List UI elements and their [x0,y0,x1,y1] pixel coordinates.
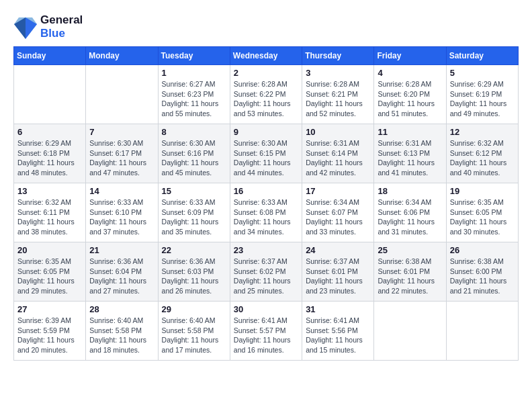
calendar-header-row: SundayMondayTuesdayWednesdayThursdayFrid… [14,47,519,65]
weekday-header: Tuesday [158,47,230,65]
calendar-cell: 19Sunrise: 6:35 AM Sunset: 6:05 PM Dayli… [446,183,518,242]
calendar-week-row: 20Sunrise: 6:35 AM Sunset: 6:05 PM Dayli… [14,242,519,302]
day-info: Sunrise: 6:28 AM Sunset: 6:21 PM Dayligh… [306,79,370,119]
day-info: Sunrise: 6:34 AM Sunset: 6:07 PM Dayligh… [306,197,370,237]
calendar-week-row: 1Sunrise: 6:27 AM Sunset: 6:23 PM Daylig… [14,65,519,124]
day-number: 25 [378,245,442,255]
day-number: 21 [89,245,154,255]
day-info: Sunrise: 6:37 AM Sunset: 6:02 PM Dayligh… [234,257,298,296]
day-number: 20 [17,245,82,255]
day-number: 6 [17,127,82,137]
calendar-cell: 13Sunrise: 6:32 AM Sunset: 6:11 PM Dayli… [14,183,86,242]
day-info: Sunrise: 6:31 AM Sunset: 6:14 PM Dayligh… [306,138,370,178]
calendar-cell [446,302,518,361]
day-info: Sunrise: 6:30 AM Sunset: 6:17 PM Dayligh… [89,138,154,178]
day-info: Sunrise: 6:34 AM Sunset: 6:06 PM Dayligh… [378,197,442,237]
day-info: Sunrise: 6:32 AM Sunset: 6:12 PM Dayligh… [450,138,515,178]
day-number: 8 [162,127,226,137]
day-number: 10 [306,127,370,137]
calendar-cell: 25Sunrise: 6:38 AM Sunset: 6:01 PM Dayli… [374,242,446,302]
day-number: 1 [162,68,226,78]
calendar-cell: 16Sunrise: 6:33 AM Sunset: 6:08 PM Dayli… [230,183,302,242]
day-info: Sunrise: 6:36 AM Sunset: 6:03 PM Dayligh… [162,257,226,296]
calendar-cell: 12Sunrise: 6:32 AM Sunset: 6:12 PM Dayli… [446,124,518,183]
calendar-cell: 24Sunrise: 6:37 AM Sunset: 6:01 PM Dayli… [302,242,374,302]
day-info: Sunrise: 6:37 AM Sunset: 6:01 PM Dayligh… [306,257,370,296]
weekday-header: Thursday [302,47,374,65]
day-number: 13 [17,186,82,196]
day-number: 17 [306,186,370,196]
calendar-table: SundayMondayTuesdayWednesdayThursdayFrid… [13,46,519,361]
day-info: Sunrise: 6:30 AM Sunset: 6:15 PM Dayligh… [234,138,298,178]
day-info: Sunrise: 6:35 AM Sunset: 6:05 PM Dayligh… [450,197,515,237]
day-number: 19 [450,186,515,196]
day-info: Sunrise: 6:40 AM Sunset: 5:58 PM Dayligh… [162,316,226,355]
day-number: 29 [162,304,226,314]
day-number: 23 [234,245,298,255]
day-info: Sunrise: 6:41 AM Sunset: 5:57 PM Dayligh… [234,316,298,355]
weekday-header: Wednesday [230,47,302,65]
day-number: 30 [234,304,298,314]
calendar-week-row: 6Sunrise: 6:29 AM Sunset: 6:18 PM Daylig… [14,124,519,183]
calendar-cell: 1Sunrise: 6:27 AM Sunset: 6:23 PM Daylig… [158,65,230,124]
day-info: Sunrise: 6:28 AM Sunset: 6:20 PM Dayligh… [378,79,442,119]
day-info: Sunrise: 6:38 AM Sunset: 6:01 PM Dayligh… [378,257,442,296]
calendar-cell: 30Sunrise: 6:41 AM Sunset: 5:57 PM Dayli… [230,302,302,361]
day-info: Sunrise: 6:39 AM Sunset: 5:59 PM Dayligh… [17,316,82,355]
calendar-cell [86,65,158,124]
calendar-cell: 18Sunrise: 6:34 AM Sunset: 6:06 PM Dayli… [374,183,446,242]
calendar-cell [374,302,446,361]
day-number: 7 [89,127,154,137]
day-number: 2 [234,68,298,78]
day-info: Sunrise: 6:35 AM Sunset: 6:05 PM Dayligh… [17,257,82,296]
day-number: 9 [234,127,298,137]
calendar-cell: 28Sunrise: 6:40 AM Sunset: 5:58 PM Dayli… [86,302,158,361]
calendar-cell: 8Sunrise: 6:30 AM Sunset: 6:16 PM Daylig… [158,124,230,183]
calendar-cell: 3Sunrise: 6:28 AM Sunset: 6:21 PM Daylig… [302,65,374,124]
day-number: 14 [89,186,154,196]
calendar-cell: 23Sunrise: 6:37 AM Sunset: 6:02 PM Dayli… [230,242,302,302]
weekday-header: Sunday [14,47,86,65]
calendar-cell: 21Sunrise: 6:36 AM Sunset: 6:04 PM Dayli… [86,242,158,302]
day-number: 4 [378,68,442,78]
calendar-week-row: 13Sunrise: 6:32 AM Sunset: 6:11 PM Dayli… [14,183,519,242]
calendar-cell: 5Sunrise: 6:29 AM Sunset: 6:19 PM Daylig… [446,65,518,124]
calendar-week-row: 27Sunrise: 6:39 AM Sunset: 5:59 PM Dayli… [14,302,519,361]
day-info: Sunrise: 6:32 AM Sunset: 6:11 PM Dayligh… [17,197,82,237]
day-number: 27 [17,304,82,314]
calendar-cell: 11Sunrise: 6:31 AM Sunset: 6:13 PM Dayli… [374,124,446,183]
day-info: Sunrise: 6:28 AM Sunset: 6:22 PM Dayligh… [234,79,298,119]
calendar-cell: 4Sunrise: 6:28 AM Sunset: 6:20 PM Daylig… [374,65,446,124]
day-number: 15 [162,186,226,196]
weekday-header: Friday [374,47,446,65]
logo-svg [13,15,38,39]
calendar-cell: 31Sunrise: 6:41 AM Sunset: 5:56 PM Dayli… [302,302,374,361]
calendar-cell: 9Sunrise: 6:30 AM Sunset: 6:15 PM Daylig… [230,124,302,183]
calendar-cell: 27Sunrise: 6:39 AM Sunset: 5:59 PM Dayli… [14,302,86,361]
calendar-cell: 14Sunrise: 6:33 AM Sunset: 6:10 PM Dayli… [86,183,158,242]
day-info: Sunrise: 6:27 AM Sunset: 6:23 PM Dayligh… [162,79,226,119]
day-number: 31 [306,304,370,314]
calendar-cell: 26Sunrise: 6:38 AM Sunset: 6:00 PM Dayli… [446,242,518,302]
day-info: Sunrise: 6:36 AM Sunset: 6:04 PM Dayligh… [89,257,154,296]
day-number: 5 [450,68,515,78]
calendar-cell: 20Sunrise: 6:35 AM Sunset: 6:05 PM Dayli… [14,242,86,302]
day-number: 18 [378,186,442,196]
day-info: Sunrise: 6:33 AM Sunset: 6:09 PM Dayligh… [162,197,226,237]
day-number: 28 [89,304,154,314]
day-info: Sunrise: 6:40 AM Sunset: 5:58 PM Dayligh… [89,316,154,355]
calendar-cell: 2Sunrise: 6:28 AM Sunset: 6:22 PM Daylig… [230,65,302,124]
weekday-header: Saturday [446,47,518,65]
day-info: Sunrise: 6:31 AM Sunset: 6:13 PM Dayligh… [378,138,442,178]
calendar-cell: 7Sunrise: 6:30 AM Sunset: 6:17 PM Daylig… [86,124,158,183]
day-info: Sunrise: 6:33 AM Sunset: 6:08 PM Dayligh… [234,197,298,237]
day-number: 16 [234,186,298,196]
day-number: 12 [450,127,515,137]
day-number: 3 [306,68,370,78]
calendar-cell: 29Sunrise: 6:40 AM Sunset: 5:58 PM Dayli… [158,302,230,361]
page-header: GeneralBlue [13,13,519,40]
calendar-cell: 10Sunrise: 6:31 AM Sunset: 6:14 PM Dayli… [302,124,374,183]
day-number: 24 [306,245,370,255]
logo: GeneralBlue [13,13,83,40]
calendar-cell [14,65,86,124]
